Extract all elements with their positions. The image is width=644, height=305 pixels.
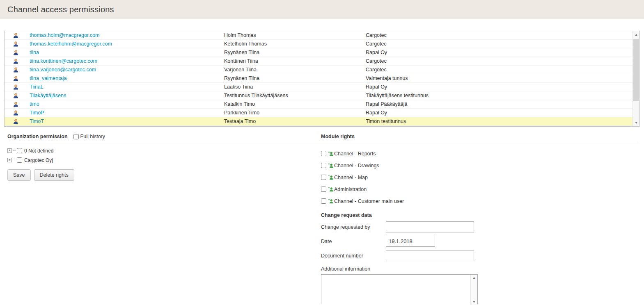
- fullname-cell: Konttinen Tiina: [224, 58, 366, 64]
- organization-tree: + 0 Not defined + Cargotec Oyj: [7, 146, 321, 165]
- module-label: Channel - Customer main user: [334, 198, 404, 204]
- table-row[interactable]: thomas.ketelhohm@macgregor.com Ketelholm…: [5, 40, 633, 48]
- page-title: Channel access permissions: [7, 5, 114, 14]
- textarea-scroll-up-icon[interactable]: ▲: [472, 276, 476, 280]
- username-link[interactable]: TimoP: [30, 110, 224, 116]
- table-row[interactable]: Tilakäyttäjäsens Testitunnus Tilakäyttäj…: [5, 91, 633, 100]
- document-number-input[interactable]: [386, 250, 474, 261]
- module-checkbox[interactable]: [321, 163, 326, 168]
- org-label: Cargotec Oyj: [24, 157, 53, 163]
- module-right-item[interactable]: Channel - Drawings: [321, 159, 638, 171]
- tree-connector: [13, 150, 16, 151]
- username-link[interactable]: tiina_valmentaja: [30, 75, 224, 81]
- org-checkbox[interactable]: [17, 148, 22, 153]
- org-label: 0 Not defined: [24, 148, 53, 154]
- table-row[interactable]: TimoT Testaaja Timo Timon testitunnus: [5, 117, 633, 126]
- change-requested-by-row: Change requested by: [321, 221, 638, 232]
- table-row[interactable]: TimoP Parkkinen Timo Rapal Oy: [5, 109, 633, 117]
- organization-permission-header: Organization permission Full history: [7, 134, 321, 142]
- table-row[interactable]: tiina.varjonen@cargotec.com Varjonen Tii…: [5, 66, 633, 74]
- table-row[interactable]: tiina Ryynänen Tiina Rapal Oy: [5, 48, 633, 57]
- username-link[interactable]: timo: [30, 101, 224, 107]
- table-row[interactable]: tiina_valmentaja Ryynänen Tiina Valmenta…: [5, 74, 633, 83]
- fullname-cell: Katalkin Timo: [224, 101, 366, 107]
- organization-cell: Rapal Oy: [366, 50, 633, 55]
- organization-cell: Rapal Oy: [366, 110, 633, 116]
- date-row: Date: [321, 236, 638, 247]
- user-list: thomas.holm@macgregor.com Holm Thomas Ca…: [5, 31, 639, 126]
- change-requested-by-input[interactable]: [386, 221, 474, 232]
- fullname-cell: Testitunnus Tilakäyttäjäsens: [224, 93, 366, 98]
- organization-cell: Valmentaja tunnus: [366, 75, 633, 81]
- organization-cell: Tilakäyttäjäsens testitunnus: [366, 93, 633, 98]
- user-icon: [13, 84, 19, 90]
- table-scrollbar[interactable]: ▲ ▼: [633, 31, 639, 126]
- user-icon: [13, 101, 19, 107]
- user-icon: [13, 93, 19, 99]
- table-row[interactable]: timo Katalkin Timo Rapal Pääkäyttäjä: [5, 100, 633, 109]
- username-link[interactable]: TimoT: [30, 118, 224, 124]
- username-link[interactable]: thomas.ketelhohm@macgregor.com: [30, 41, 224, 47]
- green-user-icon: [328, 151, 334, 157]
- fullname-cell: Ketelholm Thomas: [224, 41, 366, 47]
- textarea-scrollbar[interactable]: ▲ ▼: [470, 275, 477, 305]
- user-icon: [13, 41, 19, 47]
- document-number-row: Document number: [321, 250, 638, 261]
- module-checkbox[interactable]: [321, 175, 326, 180]
- username-link[interactable]: thomas.holm@macgregor.com: [30, 32, 224, 38]
- fullname-cell: Laakso Tiina: [224, 84, 366, 90]
- expand-icon[interactable]: +: [7, 148, 12, 153]
- username-link[interactable]: TiinaL: [30, 84, 224, 90]
- scroll-up-button[interactable]: ▲: [633, 31, 639, 38]
- table-row[interactable]: thomas.holm@macgregor.com Holm Thomas Ca…: [5, 31, 633, 40]
- change-request-title: Change request data: [321, 212, 638, 218]
- tree-node[interactable]: + Cargotec Oyj: [7, 155, 321, 165]
- textarea-scroll-down-icon[interactable]: ▼: [472, 300, 476, 304]
- module-rights-title: Module rights: [321, 134, 355, 139]
- full-history-checkbox[interactable]: [73, 134, 79, 139]
- full-history-toggle[interactable]: Full history: [73, 134, 105, 139]
- date-input[interactable]: [386, 236, 435, 247]
- module-right-item[interactable]: Channel - Reports: [321, 148, 638, 159]
- fullname-cell: Varjonen Tiina: [224, 67, 366, 73]
- module-right-item[interactable]: Administration: [321, 183, 638, 195]
- tree-node[interactable]: + 0 Not defined: [7, 146, 321, 155]
- additional-information-wrap: ▲ ▼: [321, 274, 478, 305]
- green-user-icon: [328, 175, 334, 180]
- change-requested-by-label: Change requested by: [321, 224, 386, 230]
- organization-cell: Cargotec: [366, 41, 633, 47]
- user-icon: [13, 58, 19, 64]
- username-link[interactable]: tiina.varjonen@cargotec.com: [30, 67, 224, 73]
- module-checkbox[interactable]: [321, 187, 326, 192]
- user-icon: [13, 50, 19, 56]
- module-checkbox[interactable]: [321, 198, 326, 204]
- delete-rights-button[interactable]: Delete rights: [34, 169, 74, 181]
- scrollbar-thumb[interactable]: [633, 39, 639, 101]
- user-icon: [13, 118, 19, 125]
- module-right-item[interactable]: Channel - Customer main user: [321, 195, 638, 207]
- module-checkbox[interactable]: [321, 151, 326, 156]
- org-checkbox[interactable]: [17, 157, 22, 163]
- username-link[interactable]: tiina: [30, 50, 224, 55]
- module-rights-header: Module rights: [321, 134, 638, 142]
- additional-information-textarea[interactable]: [321, 274, 478, 304]
- fullname-cell: Parkkinen Timo: [224, 110, 366, 116]
- save-button[interactable]: Save: [7, 169, 31, 181]
- module-label: Channel - Drawings: [334, 163, 379, 168]
- scroll-down-button[interactable]: ▼: [633, 119, 639, 126]
- user-icon: [13, 32, 19, 39]
- organization-cell: Cargotec: [366, 67, 633, 73]
- organization-permission-panel: Organization permission Full history + 0…: [4, 134, 321, 305]
- expand-icon[interactable]: +: [7, 158, 12, 162]
- additional-information-label: Additional information: [321, 266, 638, 272]
- user-icon: [13, 67, 19, 73]
- green-user-icon: [328, 187, 334, 192]
- table-row[interactable]: tiina.konttinen@cargotec.com Konttinen T…: [5, 57, 633, 66]
- username-link[interactable]: Tilakäyttäjäsens: [30, 93, 224, 98]
- module-right-item[interactable]: Channel - Map: [321, 171, 638, 183]
- table-row[interactable]: TiinaL Laakso Tiina Rapal Oy: [5, 83, 633, 91]
- module-rights-list: Channel - Reports Channel - Drawings: [321, 148, 638, 207]
- username-link[interactable]: tiina.konttinen@cargotec.com: [30, 58, 224, 64]
- green-user-icon: [328, 198, 334, 204]
- date-label: Date: [321, 239, 386, 244]
